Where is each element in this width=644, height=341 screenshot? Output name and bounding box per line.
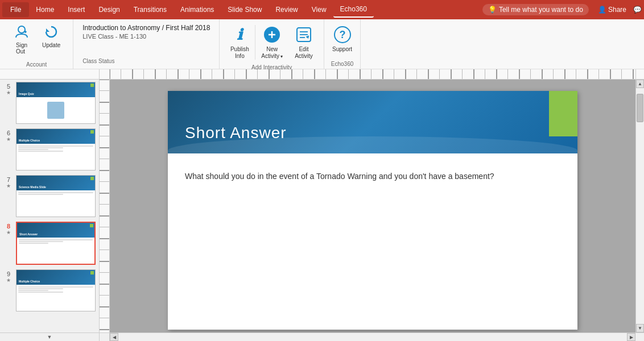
- scroll-up-button[interactable]: ▲: [636, 80, 644, 88]
- svg-text:?: ?: [339, 29, 345, 40]
- menu-file[interactable]: File: [2, 2, 29, 17]
- slide-main: Short Answer What should you do in the e…: [168, 91, 577, 330]
- slide-thumbnail-5: Image Quiz: [16, 82, 96, 124]
- scroll-right-button[interactable]: ▶: [627, 333, 635, 341]
- horizontal-ruler: [110, 69, 635, 79]
- menu-transitions[interactable]: Transitions: [127, 2, 174, 17]
- menu-insert[interactable]: Insert: [61, 2, 92, 17]
- ruler-top-right-corner: [635, 69, 644, 80]
- slide-number-8: 8 ★: [3, 222, 14, 235]
- add-interactivity-section: ℹ PublishInfo NewActivity▾: [220, 19, 324, 69]
- scroll-down-button[interactable]: ▼: [636, 324, 644, 332]
- new-activity-label: NewActivity▾: [261, 46, 283, 60]
- slide-panel-scroll-bottom[interactable]: ▼: [0, 332, 99, 341]
- menu-echo360[interactable]: Echo360: [333, 2, 374, 18]
- sign-out-button[interactable]: SignOut: [9, 20, 34, 57]
- class-title: Introduction to Astronomy / First Half 2…: [82, 24, 210, 32]
- menu-view[interactable]: View: [305, 2, 333, 17]
- vertical-ruler: [100, 80, 109, 332]
- content-area: 5 ★ Image Quiz: [0, 69, 644, 341]
- tell-me-text: Tell me what you want to do: [499, 6, 583, 14]
- scroll-track-h: [118, 333, 627, 341]
- class-status-label: Class Status: [82, 56, 210, 64]
- publish-info-icon: ℹ: [230, 25, 249, 44]
- edit-activity-label: EditActivity: [295, 46, 313, 60]
- slide-item-6[interactable]: 6 ★ Multiple Choice: [0, 126, 99, 173]
- edit-activity-icon: [294, 25, 313, 44]
- support-label: Support: [332, 46, 352, 53]
- svg-marker-1: [46, 28, 49, 32]
- slide-thumbnail-9: Multiple Choice: [16, 269, 96, 311]
- slide-item-5[interactable]: 5 ★ Image Quiz: [0, 80, 99, 126]
- slide-number-6: 6 ★: [3, 128, 14, 142]
- class-status-section: Introduction to Astronomy / First Half 2…: [73, 19, 220, 69]
- right-scrollbar: ▲ ▼: [635, 80, 644, 332]
- bottom-scrollbar: ◀ ▶: [100, 332, 644, 341]
- account-buttons: SignOut Update: [9, 20, 64, 57]
- update-label: Update: [42, 42, 60, 48]
- right-panel: Short Answer What should you do in the e…: [100, 69, 644, 341]
- slide-body: What should you do in the event of a Tor…: [168, 153, 577, 194]
- menu-slideshow[interactable]: Slide Show: [221, 2, 269, 17]
- slide-item-9[interactable]: 9 ★ Multiple Choice: [0, 267, 99, 314]
- slide-question: What should you do in the event of a Tor…: [185, 170, 560, 182]
- sign-out-label: SignOut: [16, 42, 27, 55]
- slide-canvas-bg[interactable]: Short Answer What should you do in the e…: [110, 80, 635, 332]
- support-button[interactable]: ? Support: [324, 22, 360, 56]
- slide-panel: 5 ★ Image Quiz: [0, 69, 100, 341]
- right-actions: 👤 Share 💬: [598, 6, 642, 14]
- share-label: Share: [608, 6, 626, 14]
- share-button[interactable]: 👤 Share: [598, 6, 626, 14]
- canvas-row: Short Answer What should you do in the e…: [100, 80, 644, 332]
- echo360-label: Echo360: [324, 60, 360, 69]
- comment-button[interactable]: 💬: [633, 6, 642, 14]
- tell-me-box[interactable]: 💡 Tell me what you want to do: [482, 4, 589, 15]
- top-ruler: [110, 69, 635, 80]
- slide-number-7: 7 ★: [3, 175, 14, 189]
- new-activity-icon: [262, 25, 282, 44]
- slide-thumbnail-7: Science Media Slide: [16, 175, 96, 217]
- menu-animations[interactable]: Animations: [174, 2, 221, 17]
- slide-list: 5 ★ Image Quiz: [0, 80, 99, 332]
- comment-icon: 💬: [633, 6, 642, 14]
- scroll-thumb-v[interactable]: [637, 94, 643, 122]
- scroll-track-v: [636, 88, 644, 324]
- slide-thumbnail-8: Short Answer: [16, 222, 96, 265]
- sign-out-icon: [13, 23, 31, 41]
- account-section: SignOut Update Account: [0, 19, 73, 69]
- slide-item-8[interactable]: 8 ★ Short Answer: [0, 219, 99, 267]
- account-label: Account: [26, 59, 47, 68]
- slide-number-5: 5 ★: [3, 82, 14, 95]
- slide-number-9: 9 ★: [3, 269, 14, 283]
- echo360-section: ? Support Echo360: [324, 19, 361, 69]
- bottom-scroll-spacer: [100, 333, 110, 341]
- support-icon: ?: [333, 25, 352, 44]
- scroll-down-icon: ▼: [47, 334, 52, 340]
- menu-review[interactable]: Review: [269, 2, 304, 17]
- update-button[interactable]: Update: [39, 20, 64, 57]
- slide-item-7[interactable]: 7 ★ Science Media Slide: [0, 173, 99, 219]
- class-subtitle: LIVE Class - ME 1-130: [82, 33, 210, 40]
- ribbon-toolbar: SignOut Update Account Introduction to A…: [0, 19, 644, 69]
- app-window: File Home Insert Design Transitions Anim…: [0, 0, 644, 341]
- edit-activity-button[interactable]: EditActivity: [288, 22, 319, 63]
- menu-bar: File Home Insert Design Transitions Anim…: [0, 0, 644, 19]
- new-activity-button[interactable]: NewActivity▾: [255, 22, 288, 63]
- publish-info-label: PublishInfo: [230, 46, 249, 60]
- update-icon: [42, 23, 60, 41]
- slide-green-accent: [549, 91, 577, 136]
- slide-thumbnail-6: Multiple Choice: [16, 128, 96, 170]
- slide-title: Short Answer: [185, 124, 287, 142]
- lightbulb-icon: 💡: [488, 6, 497, 14]
- top-ruler-row: [100, 69, 644, 80]
- scroll-left-button[interactable]: ◀: [110, 333, 118, 341]
- publish-info-button[interactable]: ℹ PublishInfo: [224, 22, 255, 63]
- menu-home[interactable]: Home: [29, 2, 61, 17]
- slide-panel-top-spacer: [0, 69, 99, 80]
- bottom-scroll-end: [635, 333, 644, 341]
- left-ruler: [100, 80, 110, 332]
- interactivity-buttons: ℹ PublishInfo NewActivity▾: [220, 22, 324, 63]
- ruler-corner: [100, 69, 110, 80]
- person-icon: 👤: [598, 6, 606, 14]
- menu-design[interactable]: Design: [92, 2, 126, 17]
